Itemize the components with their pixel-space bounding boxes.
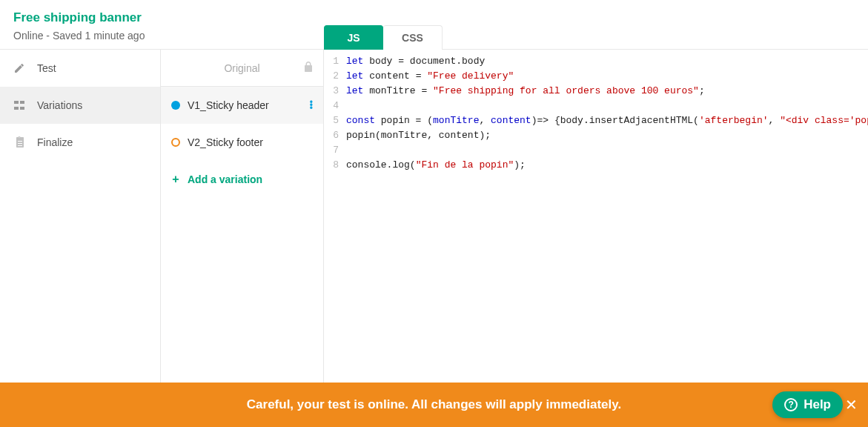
nav-variations[interactable]: Variations	[0, 87, 160, 124]
code-line: let body = document.body	[346, 54, 868, 69]
tab-js[interactable]: JS	[324, 25, 383, 50]
line-number: 3	[324, 84, 339, 99]
code-line: let monTitre = "Free shipping for all or…	[346, 84, 868, 99]
variations-icon	[12, 99, 27, 111]
nav-variations-label: Variations	[37, 99, 82, 111]
svg-rect-0	[14, 101, 19, 104]
nav-test-label: Test	[37, 62, 56, 74]
editor: JS CSS 12345678 let body = document.body…	[324, 50, 868, 391]
svg-rect-1	[20, 101, 24, 104]
warning-bar: Careful, your test is online. All change…	[0, 383, 868, 427]
code-line: const popin = (monTitre, content)=> {bod…	[346, 113, 868, 128]
nav-finalize[interactable]: Finalize	[0, 124, 160, 161]
line-number: 7	[324, 143, 339, 158]
add-variation-label: Add a variation	[188, 173, 262, 185]
line-number: 1	[324, 54, 339, 69]
code-line	[346, 143, 868, 158]
sidebar-variations: Original V1_Sticky header ••• V2_Sticky …	[161, 50, 324, 391]
code-line: popin(monTitre, content);	[346, 128, 868, 143]
help-icon: ?	[784, 398, 798, 411]
pencil-icon	[12, 62, 27, 74]
clipboard-icon	[12, 136, 27, 148]
warning-text: Careful, your test is online. All change…	[247, 397, 621, 412]
plus-icon: +	[171, 173, 180, 186]
variation-original-label: Original	[224, 62, 259, 74]
variation-v1-label: V1_Sticky header	[188, 99, 269, 111]
main: Test Variations Finalize Original V1_Sti…	[0, 50, 868, 391]
nav-finalize-label: Finalize	[37, 136, 73, 148]
line-number: 6	[324, 128, 339, 143]
variation-original[interactable]: Original	[161, 50, 323, 87]
tab-css[interactable]: CSS	[383, 25, 443, 50]
code-tabs: JS CSS	[324, 25, 443, 50]
nav-test[interactable]: Test	[0, 50, 160, 87]
help-label: Help	[804, 397, 831, 412]
add-variation-button[interactable]: + Add a variation	[161, 161, 323, 198]
sidebar-steps: Test Variations Finalize	[0, 50, 161, 391]
line-number: 2	[324, 69, 339, 84]
code-line: let content = "Free delivery"	[346, 69, 868, 84]
line-number: 5	[324, 113, 339, 128]
svg-rect-3	[20, 107, 24, 110]
variation-v1[interactable]: V1_Sticky header •••	[161, 87, 323, 124]
line-number: 8	[324, 158, 339, 173]
variation-active-dot-icon	[171, 101, 180, 110]
help-button[interactable]: ? Help	[772, 391, 843, 418]
variation-v2[interactable]: V2_Sticky footer	[161, 124, 323, 161]
code-content[interactable]: let body = document.bodylet content = "F…	[343, 54, 868, 391]
variation-inactive-dot-icon	[171, 138, 180, 147]
variation-v2-label: V2_Sticky footer	[188, 136, 263, 148]
page-title: Free shipping banner	[13, 10, 855, 25]
line-number: 4	[324, 99, 339, 113]
code-editor[interactable]: 12345678 let body = document.bodylet con…	[324, 50, 868, 391]
kebab-menu-icon[interactable]: •••	[310, 101, 314, 110]
close-icon[interactable]: ✕	[845, 396, 858, 414]
code-line: console.log("Fin de la popin");	[346, 158, 868, 173]
line-number-gutter: 12345678	[324, 54, 343, 391]
code-line	[346, 99, 868, 113]
svg-rect-2	[14, 107, 19, 110]
lock-icon	[304, 62, 313, 74]
